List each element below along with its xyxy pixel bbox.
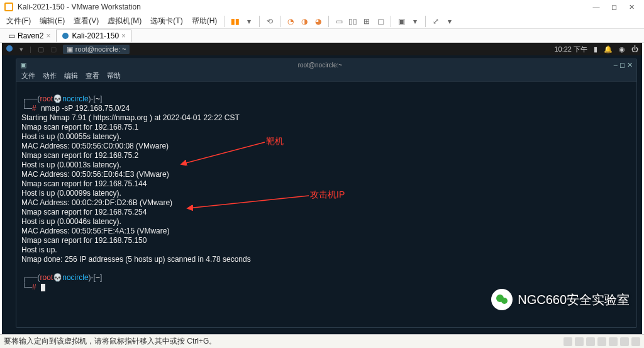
terminal-app-icon: ▣ [20,61,26,69]
guest-display[interactable]: KALI BY OFFENSIVE SECURITY ▾ | ▢ ▢ ▣ roo… [2,43,642,334]
layout2-icon[interactable]: ▯▯ [347,15,359,28]
output-line-target: Nmap scan report for 192.168.75.144 [21,179,147,188]
wechat-icon [491,289,513,310]
tool3-icon[interactable]: ◕ [312,15,325,28]
tab-kali[interactable]: Kali-2021-150 × [56,30,131,42]
device-icon[interactable] [564,337,572,346]
dropdown2-icon[interactable]: ▾ [409,15,421,28]
output-line: Nmap scan report for 192.168.75.150 [21,236,147,245]
watermark: NGC660安全实验室 [491,289,630,310]
panel-workspace2-icon[interactable]: ▢ [50,45,57,53]
tab-icon: ▭ [8,31,15,40]
statusbar-message: 要将输入定向到该虚拟机，请将鼠标指针移入其中或按 Ctrl+G。 [4,336,216,347]
term-menu-view[interactable]: 查看 [86,71,99,81]
output-line: MAC Address: 00:50:56:E0:64:E3 (VMware) [21,170,169,179]
output-line: Nmap done: 256 IP addresses (5 hosts up)… [21,255,251,264]
terminal-titlebar[interactable]: ▣ root@nocircle:~ – ◻ ✕ [16,59,636,70]
kali-top-panel: ▾ | ▢ ▢ ▣ root@nocircle: ~ 10:22 下午 ▮ 🔔 … [2,43,642,55]
network-icon[interactable]: ▮ [594,45,597,53]
term-max-icon[interactable]: ◻ [619,61,625,69]
device-icon[interactable] [586,337,595,346]
tab-raven2[interactable]: ▭ Raven2 × [3,30,56,42]
menu-tabs[interactable]: 选项卡(T) [147,14,186,28]
output-line: Host is up (0.00055s latency). [21,132,121,141]
device-icon[interactable] [631,337,640,346]
vmware-statusbar: 要将输入定向到该虚拟机，请将鼠标指针移入其中或按 Ctrl+G。 [0,334,644,348]
output-line: Nmap scan report for 192.168.75.254 [21,208,147,216]
power-icon[interactable]: ⏻ [631,45,638,53]
device-icon[interactable] [609,337,618,346]
close-button[interactable]: ✕ [623,3,640,11]
terminal-menubar: 文件 动作 编辑 查看 帮助 [16,70,636,82]
tab-close-icon[interactable]: × [121,31,126,40]
prompt-path: ~ [96,273,100,282]
device-icon[interactable] [620,337,629,346]
term-menu-action[interactable]: 动作 [43,71,57,81]
output-line-attacker: MAC Address: 00:50:56:FE:4A:15 (VMware) [21,227,169,235]
term-close-icon[interactable]: ✕ [627,61,633,69]
terminal-title: root@nocircle:~ [26,62,614,69]
fullscreen-icon[interactable]: ▣ [395,15,408,28]
tab-close-icon[interactable]: × [46,31,50,40]
menu-help[interactable]: 帮助(H) [188,14,221,28]
layout3-icon[interactable]: ⊞ [360,15,373,28]
output-line: Nmap scan report for 192.168.75.2 [21,151,138,160]
pause-icon[interactable]: ▮▮ [229,15,242,28]
panel-menu-icon[interactable]: ▾ [19,45,23,53]
menu-edit[interactable]: 编辑(E) [36,14,69,28]
output-line: MAC Address: 00:0C:29:DF:D2:6B (VMware) [21,198,172,207]
prompt-host: nocircle [62,94,88,103]
menu-file[interactable]: 文件(F) [3,14,35,28]
tab-label: Raven2 [18,31,43,40]
snapshot-icon[interactable]: ⟲ [264,15,276,28]
vmware-icon [4,2,14,12]
menu-vm[interactable]: 虚拟机(M) [104,14,145,28]
vmware-tabs: ▭ Raven2 × Kali-2021-150 × [0,29,644,43]
term-menu-edit[interactable]: 编辑 [64,71,78,81]
dropdown3-icon[interactable]: ▾ [443,15,456,28]
command-line: nmap -sP 192.168.75.0/24 [41,104,130,113]
sound-icon[interactable]: 🔔 [604,45,613,53]
panel-sep: | [30,45,31,53]
panel-app-icon[interactable] [6,45,13,53]
menu-view[interactable]: 查看(V) [70,14,103,28]
prompt-user: root [40,94,53,103]
tool2-icon[interactable]: ◑ [298,15,311,28]
svg-point-2 [62,33,69,39]
notify-icon[interactable]: ◉ [619,45,625,53]
tool1-icon[interactable]: ◔ [284,15,297,28]
output-line: Starting Nmap 7.91 ( https://nmap.org ) … [21,113,240,122]
terminal-body[interactable]: ┌──(root💀nocircle)-[~] └─# nmap -sP 192.… [16,82,636,305]
output-line: Host is up (0.00013s latency). [21,160,121,169]
watermark-text: NGC660安全实验室 [518,291,630,308]
maximize-button[interactable]: ◻ [605,3,623,11]
prompt-path: ~ [96,94,100,103]
minimize-button[interactable]: — [587,3,605,11]
term-menu-help[interactable]: 帮助 [107,71,121,81]
output-line: Host is up (0.00046s latency). [21,217,121,226]
svg-point-7 [501,298,508,304]
svg-point-3 [6,45,13,52]
panel-clock: 10:22 下午 [554,45,587,54]
layout4-icon[interactable]: ▢ [374,15,387,28]
statusbar-device-icons [564,337,640,346]
vmware-menubar: 文件(F) 编辑(E) 查看(V) 虚拟机(M) 选项卡(T) 帮助(H) ▮▮… [0,14,644,29]
vmware-titlebar: Kali-2021-150 - VMware Workstation — ◻ ✕ [0,0,644,14]
term-min-icon[interactable]: – [614,61,618,69]
svg-rect-1 [6,4,12,10]
taskbar-label: root@nocircle: ~ [75,45,126,53]
device-icon[interactable] [597,337,606,346]
stretch-icon[interactable]: ⤢ [430,15,442,28]
dropdown-icon[interactable]: ▾ [243,15,255,28]
window-title: Kali-2021-150 - VMware Workstation [18,3,141,11]
device-icon[interactable] [575,337,584,346]
layout1-icon[interactable]: ▭ [333,15,345,28]
output-line: MAC Address: 00:50:56:C0:00:08 (VMware) [21,142,169,150]
prompt-host: nocircle [62,273,88,282]
tab-label: Kali-2021-150 [72,31,119,40]
prompt-symbol: # [32,283,36,291]
panel-workspace1-icon[interactable]: ▢ [38,45,44,53]
prompt-user: root [40,273,53,282]
term-menu-file[interactable]: 文件 [21,71,35,81]
taskbar-terminal-button[interactable]: ▣ root@nocircle: ~ [63,45,130,54]
